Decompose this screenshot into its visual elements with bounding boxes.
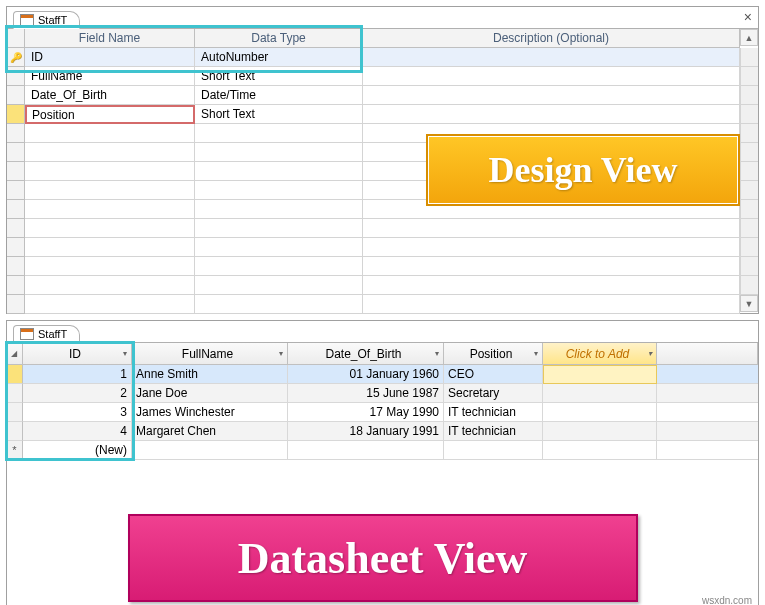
empty-cell[interactable] [363, 276, 740, 295]
col-header-datatype[interactable]: Data Type [195, 29, 363, 48]
cell-new[interactable] [288, 441, 444, 460]
row-selector[interactable] [7, 257, 25, 276]
field-name-cell[interactable]: Date_Of_Birth [25, 86, 195, 105]
empty-cell[interactable] [195, 143, 363, 162]
table-tab[interactable]: StaffT [13, 325, 80, 343]
empty-cell[interactable] [363, 257, 740, 276]
data-type-cell[interactable]: AutoNumber [195, 48, 363, 67]
cell-new[interactable] [444, 441, 543, 460]
cell-new[interactable] [132, 441, 288, 460]
empty-cell[interactable] [195, 124, 363, 143]
data-type-cell[interactable]: Short Text [195, 67, 363, 86]
cell-position[interactable]: Secretary [444, 384, 543, 403]
cell-fullname[interactable]: Margaret Chen [132, 422, 288, 441]
cell-id[interactable]: 2 [23, 384, 132, 403]
row-selector[interactable] [7, 86, 25, 105]
scroll-up-icon[interactable]: ▲ [740, 29, 758, 46]
empty-cell[interactable] [363, 295, 740, 314]
row-selector[interactable] [7, 295, 25, 314]
empty-cell[interactable] [363, 238, 740, 257]
empty-cell[interactable] [25, 219, 195, 238]
empty-cell[interactable] [195, 181, 363, 200]
cell-id-new[interactable]: (New) [23, 441, 132, 460]
row-selector[interactable]: 🔑 [7, 48, 25, 67]
row-selector[interactable] [7, 143, 25, 162]
corner-header[interactable] [7, 29, 25, 48]
empty-cell[interactable] [195, 295, 363, 314]
scrollbar-track[interactable] [740, 67, 758, 86]
scrollbar-track[interactable] [740, 124, 758, 143]
empty-cell[interactable] [25, 200, 195, 219]
row-selector[interactable] [7, 67, 25, 86]
col-header-description[interactable]: Description (Optional) [363, 29, 740, 48]
row-selector[interactable] [7, 238, 25, 257]
field-name-cell[interactable]: FullName [25, 67, 195, 86]
scrollbar-track[interactable] [740, 181, 758, 200]
cell-id[interactable]: 1 [23, 365, 132, 384]
description-cell[interactable] [363, 67, 740, 86]
cell-add[interactable] [543, 403, 657, 422]
scrollbar-track[interactable] [740, 238, 758, 257]
scrollbar-track[interactable] [740, 219, 758, 238]
row-selector[interactable] [7, 181, 25, 200]
scrollbar-track[interactable] [740, 86, 758, 105]
cell-position[interactable]: IT technician [444, 422, 543, 441]
empty-cell[interactable] [195, 162, 363, 181]
cell-new[interactable] [657, 441, 758, 460]
cell-id[interactable]: 4 [23, 422, 132, 441]
empty-cell[interactable] [25, 143, 195, 162]
empty-cell[interactable] [25, 276, 195, 295]
cell-dob[interactable]: 15 June 1987 [288, 384, 444, 403]
empty-cell[interactable] [25, 162, 195, 181]
table-tab[interactable]: StaffT [13, 11, 80, 29]
row-selector[interactable] [7, 124, 25, 143]
scrollbar-track[interactable] [740, 257, 758, 276]
cell-new[interactable] [543, 441, 657, 460]
description-cell[interactable] [363, 105, 740, 124]
data-type-cell[interactable]: Short Text [195, 105, 363, 124]
col-header-id[interactable]: ID▾ [23, 343, 132, 365]
empty-cell[interactable] [363, 219, 740, 238]
cell-add[interactable] [543, 422, 657, 441]
row-selector[interactable] [7, 162, 25, 181]
cell-dob[interactable]: 01 January 1960 [288, 365, 444, 384]
empty-cell[interactable] [195, 219, 363, 238]
col-header-dob[interactable]: Date_Of_Birth▾ [288, 343, 444, 365]
row-selector-header[interactable]: ◢ [7, 343, 23, 365]
scrollbar-track[interactable] [740, 276, 758, 295]
cell-position[interactable]: CEO [444, 365, 543, 384]
col-header-add[interactable]: Click to Add▾ [543, 343, 657, 365]
empty-cell[interactable] [25, 295, 195, 314]
cell-id[interactable]: 3 [23, 403, 132, 422]
col-header-fullname[interactable]: FullName▾ [132, 343, 288, 365]
close-icon[interactable]: × [744, 9, 752, 25]
row-selector[interactable] [7, 219, 25, 238]
empty-cell[interactable] [195, 257, 363, 276]
row-selector[interactable] [7, 105, 25, 124]
empty-cell[interactable] [195, 276, 363, 295]
cell-add[interactable] [543, 384, 657, 403]
description-cell[interactable] [363, 86, 740, 105]
description-cell[interactable] [363, 48, 740, 67]
empty-cell[interactable] [25, 238, 195, 257]
empty-cell[interactable] [25, 124, 195, 143]
cell-fullname[interactable]: Jane Doe [132, 384, 288, 403]
cell-dob[interactable]: 17 May 1990 [288, 403, 444, 422]
data-type-cell[interactable]: Date/Time [195, 86, 363, 105]
new-row-selector[interactable]: * [7, 441, 23, 460]
row-selector[interactable] [7, 365, 23, 384]
row-selector[interactable] [7, 200, 25, 219]
cell-add[interactable] [543, 365, 657, 384]
cell-dob[interactable]: 18 January 1991 [288, 422, 444, 441]
col-header-position[interactable]: Position▾ [444, 343, 543, 365]
empty-cell[interactable] [195, 238, 363, 257]
cell-position[interactable]: IT technician [444, 403, 543, 422]
field-name-cell[interactable]: ID [25, 48, 195, 67]
scrollbar-track[interactable] [740, 143, 758, 162]
row-selector[interactable] [7, 276, 25, 295]
scrollbar-track[interactable] [740, 200, 758, 219]
row-selector[interactable] [7, 403, 23, 422]
empty-cell[interactable] [25, 257, 195, 276]
row-selector[interactable] [7, 384, 23, 403]
empty-cell[interactable] [195, 200, 363, 219]
